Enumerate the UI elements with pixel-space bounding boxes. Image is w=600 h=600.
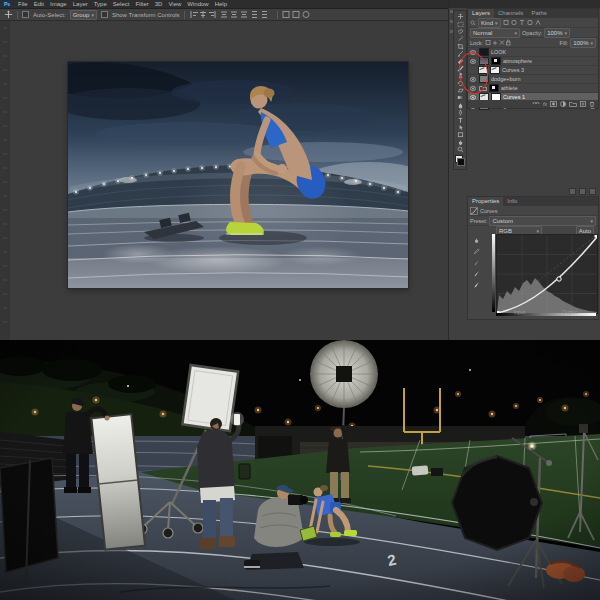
hand-adjust-icon[interactable] [473,237,480,244]
layer-row[interactable]: atmosphere [468,57,598,66]
layer-filter-row: Kind▾ [468,18,598,28]
color-swatches[interactable] [455,155,465,166]
layer-name[interactable]: atmosphere [503,58,532,64]
layer-name[interactable]: Curves 3 [502,67,524,73]
eraser-tool[interactable] [457,87,464,94]
screenshot-root: { "colors": { "annotation_red": "#e03028… [0,0,600,600]
curve-point-highlight [595,235,598,238]
workspace-buttons[interactable] [282,10,312,19]
visibility-eye-icon[interactable] [469,95,477,100]
menu-edit[interactable]: Edit [34,0,44,9]
output-label: Output: [562,309,578,315]
tab-layers[interactable]: Layers [468,9,494,18]
gray-point-eyedropper-icon[interactable] [473,270,480,277]
tab-channels[interactable]: Channels [494,9,527,18]
delete-layer-icon[interactable] [589,101,595,107]
layers-panel-tabs: Layers Channels Paths [468,9,598,18]
new-group-icon[interactable] [569,101,577,107]
menu-layer[interactable]: Layer [73,0,88,9]
preset-label: Preset: [470,218,487,224]
pen-tool[interactable] [457,109,464,116]
hand-tool[interactable] [457,139,464,146]
menu-view[interactable]: View [168,0,181,9]
auto-select-dropdown[interactable]: Group▾ [70,10,97,20]
separator [277,11,278,19]
show-transform-checkbox[interactable] [101,11,108,18]
zoom-tool[interactable] [457,146,464,153]
gradient-tool[interactable] [457,94,464,101]
filter-type-icons[interactable] [503,19,543,26]
tab-properties[interactable]: Properties [468,197,503,206]
background-color[interactable] [457,158,465,166]
properties-title: Curves [480,208,497,214]
menu-window[interactable]: Window [187,0,208,9]
layers-panel: Layers Channels Paths Kind▾ Normal▾ Opac… [467,8,599,109]
add-mask-icon[interactable] [550,101,557,107]
pencil-icon[interactable] [473,248,480,255]
document-canvas[interactable] [10,21,448,340]
layer-mask-thumbnail[interactable] [489,84,499,92]
lock-row: Lock: Fill: 100%▾ [468,38,598,48]
menu-3d[interactable]: 3D [155,0,163,9]
menu-image[interactable]: Image [50,0,67,9]
layer-name[interactable]: LOOK [491,49,506,55]
blend-mode-dropdown[interactable]: Normal▾ [470,28,520,38]
layer-row[interactable]: athlete [468,84,598,93]
bts-photo: 2 [0,340,600,600]
input-output-labels: Input: Output: [496,309,596,315]
preset-dropdown[interactable]: Custom▾ [489,216,596,226]
tab-paths[interactable]: Paths [527,9,550,18]
menu-help[interactable]: Help [215,0,227,9]
move-tool[interactable] [457,13,464,20]
separator [17,11,18,19]
curves-grid[interactable] [496,234,598,314]
move-tool-icon [4,10,13,19]
type-tool[interactable] [457,116,464,123]
auto-select-checkbox[interactable] [22,11,29,18]
fill-value[interactable]: 100%▾ [570,38,596,48]
layer-mask-thumbnail[interactable] [491,57,501,65]
crop-tool[interactable] [457,43,464,50]
path-select-tool[interactable] [457,124,464,131]
align-buttons[interactable] [189,10,273,19]
stadium-scene [68,62,408,288]
curves-tool-icons [471,237,481,288]
marquee-tool[interactable] [457,20,464,27]
collapsed-tools [3,27,7,327]
shape-tool[interactable] [457,131,464,138]
white-point-eyedropper-icon[interactable] [473,281,480,288]
menu-type[interactable]: Type [94,0,107,9]
new-layer-icon[interactable] [580,101,586,107]
curves-icon [470,207,478,215]
layer-mask-thumbnail[interactable] [490,66,500,74]
properties-panel-tabs: Properties Info [468,197,598,206]
vignette [0,340,600,600]
menu-select[interactable]: Select [113,0,130,9]
tab-info[interactable]: Info [503,197,521,206]
black-point-eyedropper-icon[interactable] [473,259,480,266]
preset-row: Preset: Custom▾ [468,216,598,226]
magic-wand-tool[interactable] [457,35,464,42]
layer-row[interactable]: LOOK [468,48,598,57]
lasso-tool[interactable] [457,28,464,35]
panel-collapse-icons[interactable] [569,188,597,194]
lock-label: Lock: [470,40,483,46]
edited-photo [68,62,408,288]
properties-header: Curves [468,206,598,216]
layer-effects-icon[interactable]: fx [543,101,547,107]
adjustment-layer-icon[interactable] [560,101,566,107]
search-icon [470,20,476,26]
blur-tool[interactable] [457,102,464,109]
tools-panel [453,10,467,170]
menu-filter[interactable]: Filter [135,0,148,9]
layer-name[interactable]: athlete [501,85,518,91]
auto-select-label: Auto-Select: [33,12,66,18]
opacity-value[interactable]: 100%▾ [544,28,570,38]
layer-name[interactable]: dodge+burn [491,76,521,82]
lock-buttons[interactable] [485,39,511,46]
options-bar: Auto-Select: Group▾ Show Transform Contr… [0,9,448,21]
menu-file[interactable]: File [18,0,28,9]
properties-panel: Properties Info Curves Preset: Custom▾ R… [467,196,599,320]
filter-kind-dropdown[interactable]: Kind▾ [478,18,501,28]
link-layers-icon[interactable] [532,101,540,107]
